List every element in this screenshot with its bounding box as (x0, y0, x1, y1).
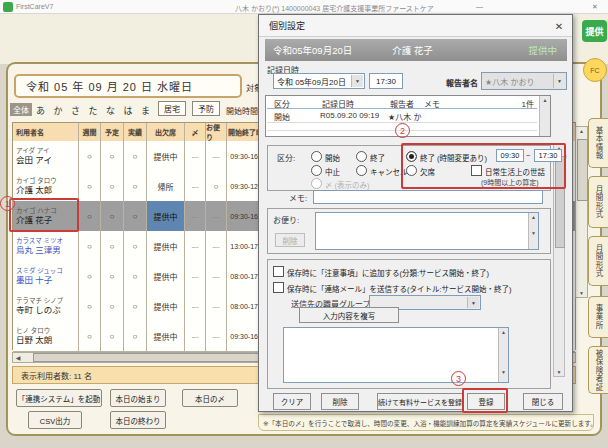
csv-export-button[interactable]: CSV出力 (28, 411, 82, 429)
reporter-select: ★八木 かおり▼ (481, 72, 567, 90)
day-end-button[interactable]: 本日の終わり (110, 411, 166, 429)
col-sime: 〆 (185, 123, 206, 141)
kubun-label: 区分: (277, 152, 295, 163)
col-actual: 実績 (124, 123, 147, 141)
col-plan: 予定 (101, 123, 124, 141)
dialog-titlebar: 個別設定 (259, 15, 572, 37)
copy-input-button[interactable]: 入力内容を複写 (299, 307, 399, 323)
copy-scrollbar[interactable]: ▲▼ (498, 328, 508, 382)
letter-textarea[interactable]: ▲▼ (315, 212, 539, 250)
status-cell: 提供中 (147, 201, 185, 231)
side-tab-insured-card[interactable]: 被保険者証 (588, 346, 608, 394)
dialog-header-status: 提供中 (528, 43, 557, 57)
radio-icon (311, 178, 322, 189)
copy-target-textarea[interactable]: ▲▼ (283, 327, 509, 383)
window-title: 八木 かおり(*) 1400000043 居宅介護支援事業所ファーストケア (235, 3, 434, 13)
record-time-input[interactable]: 17:30 (369, 73, 403, 89)
launch-link-system-button[interactable]: 「連携システム」を起動 (16, 389, 102, 407)
status-cell: 提供中 (147, 141, 185, 171)
radio-end[interactable]: 終了 (356, 151, 385, 163)
letter-scrollbar[interactable]: ▲▼ (528, 213, 538, 249)
status-cell: 提供中 (147, 321, 185, 351)
dialog-header-band: 令和05年09月20日 介護 花子 提供中 (265, 39, 567, 61)
scroll-left-icon[interactable]: ◀ (13, 354, 23, 361)
date-banner: 令和 05 年 09 月 20 日 水曜日 (14, 74, 242, 98)
filter-prevention-button[interactable]: 予防 (192, 101, 220, 116)
day-sime-button[interactable]: 本日の〆 (182, 389, 238, 407)
save-mail-checkbox[interactable]: 保存時に「連絡メール」を送信する(タイトル:サービス開始・終了) (273, 282, 512, 294)
checkbox-icon (273, 282, 284, 293)
record-date-select[interactable]: 令和 05年09月20日▼ (273, 73, 365, 89)
chevron-down-icon: ▼ (553, 74, 565, 88)
scroll-up-icon[interactable]: ▲ (576, 128, 587, 134)
status-cell: 提供中 (147, 231, 185, 261)
vertical-scrollbar[interactable]: ▲ ▼ (575, 126, 588, 298)
col-letter: お便り (206, 123, 227, 141)
sime-note: ※「本日の〆」を行うことで取消し、時間の変更、入浴・機能訓練加算の算定を実績スケ… (258, 414, 594, 431)
annotation-circle-3: 3 (451, 371, 466, 386)
record-datetime: R05.09.20 09:19 (320, 111, 379, 120)
reporter-label: 報告者名 (446, 77, 478, 88)
annotation-circle-1: 1 (0, 196, 15, 211)
record-kubun: 開始 (274, 111, 290, 122)
records-scrollbar[interactable]: ▲ (539, 96, 550, 136)
scroll-down-icon[interactable]: ▼ (554, 369, 564, 375)
filter-all-button[interactable]: 全体 (10, 103, 32, 116)
col-attendance: 出欠席 (147, 123, 185, 141)
minimize-icon[interactable]: — (476, 3, 483, 10)
save-caution-checkbox[interactable]: 保存時に「注意事項」に追加する(分類:サービス開始・終了) (273, 266, 489, 278)
annotation-circle-2: 2 (395, 123, 410, 138)
clear-button[interactable]: クリア (273, 393, 311, 410)
dialog-header-name: 介護 花子 (392, 43, 433, 57)
radio-icon (311, 151, 322, 162)
chevron-down-icon[interactable]: ▼ (467, 297, 479, 308)
letter-label: お便り: (273, 214, 299, 225)
filter-home-button[interactable]: 居宅 (158, 101, 186, 116)
radio-icon (311, 165, 322, 176)
side-tab-office[interactable]: 事業所 (588, 296, 608, 338)
chevron-down-icon[interactable]: ▼ (351, 75, 363, 87)
col-username: 利用者名 (13, 123, 79, 141)
individual-setting-dialog: 個別設定 ✕ 令和05年09月20日 介護 花子 提供中 記録日時 令和 05年… (258, 14, 573, 412)
register-paid-service-button[interactable]: 続けて有料サービスを登録 (377, 393, 463, 410)
memo-input[interactable] (313, 190, 543, 204)
col-week: 週間 (79, 123, 101, 141)
memo-label: メモ: (289, 192, 307, 203)
radio-cancel[interactable]: キャンセル (356, 165, 408, 177)
dialog-close-icon[interactable]: ✕ (552, 19, 566, 33)
checkbox-icon (273, 266, 284, 277)
radio-icon (356, 151, 367, 162)
annotation-rect-register (462, 388, 508, 413)
window-close-icon[interactable]: ✕ (592, 3, 598, 11)
day-start-button[interactable]: 本日の始まり (110, 389, 166, 407)
dialog-title: 個別設定 (269, 19, 305, 32)
status-cell: 提供中 (147, 291, 185, 321)
radio-start[interactable]: 開始 (311, 151, 340, 163)
scroll-down-icon[interactable]: ▼ (576, 290, 587, 296)
window-titlebar: FirstCareV7 八木 かおり(*) 1400000043 居宅介護支援事… (0, 0, 608, 14)
status-cell: 提供中 (147, 261, 185, 291)
app-name: FirstCareV7 (16, 3, 53, 10)
status-cell: 帰所 (147, 171, 185, 201)
side-tab-basic-info[interactable]: 基本情報 (588, 118, 608, 168)
annotation-rect-kubun (401, 143, 566, 189)
firstcare-mascot-icon: FC (583, 58, 607, 82)
start-time-label: 開始時間: (226, 105, 260, 116)
side-tab-monthly-format-2[interactable]: 月間形式 (588, 236, 608, 286)
provide-button[interactable]: 提供 (582, 20, 607, 42)
dialog-header-date: 令和05年09月20日 (273, 43, 352, 57)
delete-button[interactable]: 削除 (321, 393, 359, 410)
app-logo-icon (3, 2, 13, 12)
radio-stop[interactable]: 中止 (311, 165, 340, 177)
annotation-rect-selected-user (9, 198, 79, 232)
scrollbar-thumb[interactable] (577, 139, 588, 201)
record-reporter: ★八木 か (388, 111, 421, 122)
close-button[interactable]: 閉じる (523, 393, 563, 410)
side-tab-monthly-format-1[interactable]: 月間形式 (588, 176, 608, 228)
radio-icon (356, 165, 367, 176)
letter-delete-button: 削除 (275, 233, 305, 247)
radio-sime-disabled: 〆 (表示のみ) (311, 178, 370, 190)
